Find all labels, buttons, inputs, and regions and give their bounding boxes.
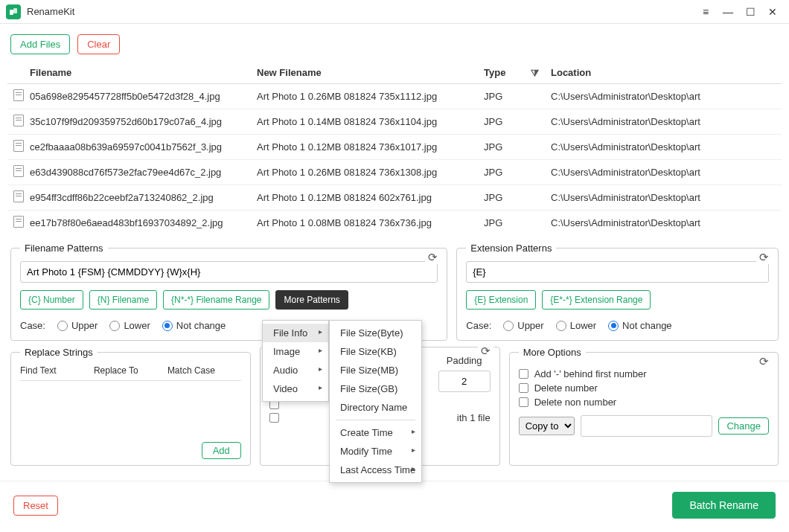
col-type[interactable]: Type⧩ <box>478 62 545 84</box>
app-icon <box>6 4 21 19</box>
table-row[interactable]: e63d439088cd76f573e2fac79ee4d67c_2.jpg A… <box>7 160 782 185</box>
filter-icon[interactable]: ⧩ <box>531 68 539 80</box>
menu-video[interactable]: Video <box>263 379 328 398</box>
cell-newname: Art Photo 1 0.12MB 081824 602x761.jpg <box>251 185 478 211</box>
table-row[interactable]: 35c107f9f9d209359752d60b179c07a6_4.jpg A… <box>7 109 782 135</box>
menu-filesize-kb[interactable]: File Size(KB) <box>330 342 421 361</box>
table-row[interactable]: 05a698e8295457728ff5b0e5472d3f28_4.jpg A… <box>7 84 782 109</box>
minimize-icon[interactable]: — <box>718 3 738 21</box>
file-icon <box>13 216 24 228</box>
seq-chk2[interactable] <box>269 413 279 423</box>
maximize-icon[interactable]: ☐ <box>740 3 761 21</box>
more-options-panel: More Options ⟳ Add '-' behind first numb… <box>509 347 779 466</box>
cell-filename: e954ff3cdff86b22ceebf2a713240862_2.jpg <box>24 185 251 211</box>
menu-directory-name[interactable]: Directory Name <box>330 398 421 417</box>
menu-audio[interactable]: Audio <box>263 361 328 379</box>
cell-location: C:\Users\Administrator\Desktop\art <box>545 211 782 236</box>
case-notchange-radio[interactable]: Not change <box>162 320 226 331</box>
cell-filename: ee17b78f80e6aead483bf16937034892_2.jpg <box>24 211 251 236</box>
replace-to-col: Replace To <box>94 365 167 376</box>
cell-type: JPG <box>478 185 545 211</box>
copy-to-select[interactable]: Copy to <box>519 417 575 435</box>
pattern-e-button[interactable]: {E} Extension <box>466 290 536 310</box>
add-dash-checkbox[interactable] <box>519 369 528 379</box>
titlebar: RenameKit ≡ — ☐ ✕ <box>0 0 789 24</box>
refresh-icon[interactable]: ⟳ <box>425 251 441 264</box>
table-header-row: Filename New Filename Type⧩ Location <box>7 62 782 84</box>
toolbar: Add Files Clear <box>0 24 789 62</box>
delete-nonnumber-checkbox[interactable] <box>519 397 528 407</box>
menu-file-info[interactable]: File Info <box>263 324 328 342</box>
replace-strings-legend: Replace Strings <box>20 347 98 358</box>
copy-to-path[interactable] <box>581 415 713 437</box>
padding-label: Padding <box>447 355 482 366</box>
filename-pattern-input[interactable] <box>20 261 438 283</box>
more-patterns-button[interactable]: More Patterns <box>275 290 348 310</box>
svg-rect-1 <box>13 8 17 13</box>
menu-filesize-gb[interactable]: File Size(GB) <box>330 379 421 398</box>
reset-button[interactable]: Reset <box>13 496 58 516</box>
case-lower-radio[interactable]: Lower <box>109 320 150 331</box>
app-title: RenameKit <box>27 6 695 17</box>
close-icon[interactable]: ✕ <box>762 3 783 21</box>
menu-modify-time[interactable]: Modify Time <box>330 442 421 461</box>
pattern-e-range-button[interactable]: {E*-*} Extension Range <box>542 290 651 310</box>
menu-filesize-byte[interactable]: File Size(Byte) <box>330 324 421 342</box>
refresh-icon[interactable]: ⟳ <box>756 355 772 368</box>
cell-type: JPG <box>478 135 545 160</box>
col-filename[interactable]: Filename <box>24 62 251 84</box>
extension-patterns-panel: Extension Patterns ⟳ {E} Extension {E*-*… <box>456 243 779 341</box>
col-new-filename[interactable]: New Filename <box>251 62 478 84</box>
replace-body <box>20 381 241 440</box>
more-patterns-menu: File Info Image Audio Video <box>262 320 329 402</box>
cell-newname: Art Photo 1 0.08MB 081824 736x736.jpg <box>251 211 478 236</box>
col-location[interactable]: Location <box>545 62 782 84</box>
footer: Reset Batch Rename <box>0 481 789 532</box>
table-row[interactable]: e954ff3cdff86b22ceebf2a713240862_2.jpg A… <box>7 185 782 211</box>
batch-rename-button[interactable]: Batch Rename <box>672 492 776 519</box>
replace-strings-panel: Replace Strings Find Text Replace To Mat… <box>10 347 251 466</box>
pattern-n-button[interactable]: {N} Filename <box>89 290 157 310</box>
menu-create-time[interactable]: Create Time <box>330 423 421 442</box>
ext-case-lower-radio[interactable]: Lower <box>556 320 596 331</box>
menu-icon[interactable]: ≡ <box>695 3 716 21</box>
menu-last-access-time[interactable]: Last Access Time <box>330 461 421 479</box>
file-icon <box>13 140 24 152</box>
pattern-c-button[interactable]: {C} Number <box>20 290 83 310</box>
table-row[interactable]: ce2fbaaaa08b639a69597c0041b7562f_3.jpg A… <box>7 135 782 160</box>
padding-input[interactable] <box>438 371 491 392</box>
file-icon <box>13 190 24 202</box>
case-label: Case: <box>466 320 491 331</box>
delete-number-checkbox[interactable] <box>519 383 528 393</box>
refresh-icon[interactable]: ⟳ <box>478 344 493 358</box>
clear-button[interactable]: Clear <box>77 34 120 54</box>
ext-case-notchange-radio[interactable]: Not change <box>608 320 672 331</box>
add-files-button[interactable]: Add Files <box>10 34 70 54</box>
cell-filename: 05a698e8295457728ff5b0e5472d3f28_4.jpg <box>24 84 251 109</box>
case-upper-radio[interactable]: Upper <box>57 320 98 331</box>
case-label: Case: <box>20 320 45 331</box>
menu-filesize-mb[interactable]: File Size(MB) <box>330 361 421 379</box>
extension-pattern-input[interactable] <box>466 261 769 283</box>
ext-case-upper-radio[interactable]: Upper <box>503 320 543 331</box>
svg-rect-0 <box>10 10 13 15</box>
cell-filename: 35c107f9f9d209359752d60b179c07a6_4.jpg <box>24 109 251 135</box>
replace-header: Find Text Replace To Match Case <box>20 365 241 381</box>
add-replace-button[interactable]: Add <box>202 442 241 459</box>
cell-newname: Art Photo 1 0.26MB 081824 736x1308.jpg <box>251 160 478 185</box>
cell-location: C:\Users\Administrator\Desktop\art <box>545 84 782 109</box>
table-row[interactable]: ee17b78f80e6aead483bf16937034892_2.jpg A… <box>7 211 782 236</box>
cell-filename: ce2fbaaaa08b639a69597c0041b7562f_3.jpg <box>24 135 251 160</box>
cell-location: C:\Users\Administrator\Desktop\art <box>545 185 782 211</box>
window-controls: ≡ — ☐ ✕ <box>695 3 783 21</box>
file-table: Filename New Filename Type⧩ Location 05a… <box>0 62 789 235</box>
filename-patterns-legend: Filename Patterns <box>20 243 108 254</box>
refresh-icon[interactable]: ⟳ <box>756 251 772 264</box>
restart-label: ith 1 file <box>457 412 491 423</box>
pattern-range-button[interactable]: {N*-*} Filename Range <box>163 290 269 310</box>
change-button[interactable]: Change <box>718 417 769 435</box>
find-text-col: Find Text <box>20 365 94 376</box>
menu-image[interactable]: Image <box>263 342 328 361</box>
cell-newname: Art Photo 1 0.14MB 081824 736x1104.jpg <box>251 109 478 135</box>
cell-type: JPG <box>478 84 545 109</box>
